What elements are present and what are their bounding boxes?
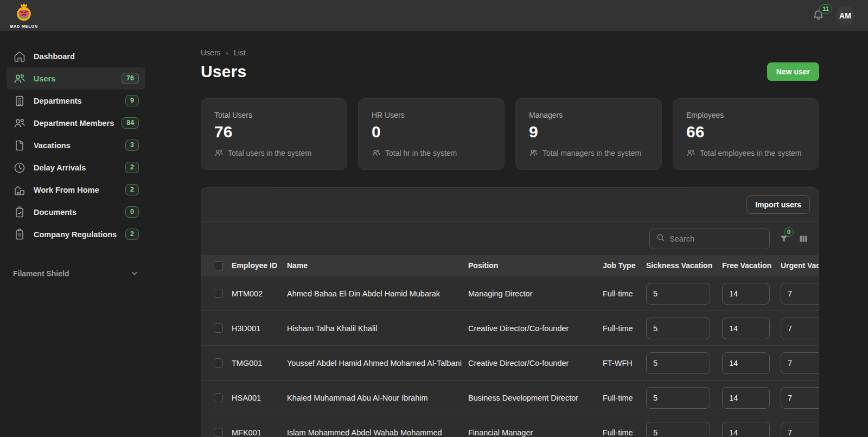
cell-position: Managing Director [468,289,603,298]
stat-value: 9 [529,123,648,141]
stat-card-total-users: Total Users 76 Total users in the system [201,98,347,170]
breadcrumb: Users › List [201,48,819,57]
brand-logo[interactable]: MAD MELON [9,2,39,29]
urgent-vacation-input[interactable] [781,387,819,409]
sidebar-group-filament-shield[interactable]: Filament Shield [13,269,139,278]
sickness-vacation-input[interactable] [646,318,710,339]
sidebar-item-work-from-home[interactable]: Work From Home 2 [7,179,145,201]
sidebar-item-label: Users [34,74,114,83]
free-vacation-input[interactable] [722,283,770,305]
stat-card-employees: Employees 66 Total employees in the syst… [673,98,819,170]
row-checkbox[interactable] [214,324,223,333]
stat-caption: Total hr in the system [385,149,457,157]
sidebar-item-badge: 84 [122,117,139,129]
sidebar-item-label: Work From Home [34,186,118,194]
column-header-job-type[interactable]: Job Type [603,261,646,270]
urgent-vacation-input[interactable] [781,422,819,437]
notifications-button[interactable]: 11 [812,9,826,23]
cell-employee-id: MTM002 [232,289,287,298]
cell-name: Khaled Muhammad Abu Al-Nour Ibrahim [287,394,468,402]
sidebar-item-departments[interactable]: Departments 9 [7,90,145,112]
column-header-free-vacation[interactable]: Free Vacation [722,261,781,270]
toggle-columns-button[interactable] [798,233,809,244]
sidebar-item-label: Departments [34,97,118,105]
cell-employee-id: H3D001 [232,324,287,333]
sidebar-item-label: Dashboard [34,52,139,61]
cell-name: Islam Mohammed Abdel Wahab Mohammed [287,428,468,437]
table-header-row: Employee ID Name Position Job Type Sickn… [201,255,819,276]
clock-icon [13,161,26,174]
free-vacation-input[interactable] [722,422,770,437]
stat-caption: Total employees in the system [700,149,802,157]
user-group-icon [529,148,538,157]
sidebar-item-badge: 0 [125,206,139,218]
building-icon [13,94,26,107]
cell-employee-id: TMG001 [232,359,287,368]
sidebar-item-documents[interactable]: Documents 0 [7,201,145,223]
urgent-vacation-input[interactable] [781,318,819,339]
import-users-button[interactable]: Import users [746,195,810,214]
users-icon [13,72,26,85]
stat-label: Managers [529,111,648,119]
cell-job-type: Full-time [603,428,646,437]
brand-name: MAD MELON [10,24,38,29]
sidebar-item-badge: 2 [125,184,139,195]
cell-job-type: Full-time [603,289,646,298]
sickness-vacation-input[interactable] [646,352,710,374]
avatar[interactable]: AM [835,6,855,26]
sickness-vacation-input[interactable] [646,387,710,409]
sidebar-item-badge: 2 [125,229,139,240]
table-row[interactable]: MFK001 Islam Mohammed Abdel Wahab Mohamm… [201,415,819,437]
clipboard-check-icon [13,206,26,219]
select-all-checkbox[interactable] [214,261,223,270]
stats-cards: Total Users 76 Total users in the system [201,98,819,170]
cell-job-type: FT-WFH [603,359,646,368]
user-group-icon [372,148,381,157]
search-input[interactable] [669,235,763,243]
column-header-employee-id[interactable]: Employee ID [232,261,287,270]
melon-logo-icon [13,2,35,25]
column-header-urgent-vacation[interactable]: Urgent Vacation [781,261,819,270]
cell-employee-id: HSA001 [232,394,287,402]
sidebar-item-department-members[interactable]: Department Members 84 [7,112,145,134]
sidebar-item-users[interactable]: Users 76 [7,67,145,90]
cell-employee-id: MFK001 [232,428,287,437]
table-row[interactable]: H3D001 Hisham Talha Khalil Khalil Creati… [201,311,819,345]
sickness-vacation-input[interactable] [646,422,710,437]
row-checkbox[interactable] [214,358,223,368]
free-vacation-input[interactable] [722,352,770,374]
stat-card-managers: Managers 9 Total managers in the system [515,98,662,170]
sidebar-item-company-regulations[interactable]: Company Regulations 2 [7,223,145,245]
filter-button[interactable]: 0 [778,233,789,244]
column-header-sickness-vacation[interactable]: Sickness Vacation [646,261,722,270]
column-header-name[interactable]: Name [287,261,468,270]
sidebar-item-vacations[interactable]: Vacations 3 [7,134,145,156]
cell-position: Creative Director/Co-founder [468,324,603,333]
breadcrumb-users[interactable]: Users [201,48,221,57]
sidebar-item-delay-arrivals[interactable]: Delay Arrivals 2 [7,156,145,179]
row-checkbox[interactable] [214,428,223,437]
stat-label: Employees [686,111,806,119]
urgent-vacation-input[interactable] [781,352,819,374]
sickness-vacation-input[interactable] [646,283,710,305]
search-box [649,229,770,249]
column-header-position[interactable]: Position [468,261,603,270]
sidebar-item-label: Company Regulations [34,230,118,239]
columns-icon [798,233,809,244]
topbar: MAD MELON 11 AM [0,0,868,31]
row-checkbox[interactable] [214,289,223,298]
row-checkbox[interactable] [214,393,223,402]
urgent-vacation-input[interactable] [781,283,819,305]
new-user-button[interactable]: New user [767,62,819,81]
table-body: MTM002 Ahmed Bahaa El-Din Abdel Hamid Mu… [201,276,819,437]
chevron-down-icon [130,269,139,278]
free-vacation-input[interactable] [722,318,770,339]
sidebar-item-dashboard[interactable]: Dashboard [7,45,145,67]
sidebar-item-label: Delay Arrivals [34,163,118,172]
table-row[interactable]: MTM002 Ahmed Bahaa El-Din Abdel Hamid Mu… [201,276,819,311]
table-row[interactable]: HSA001 Khaled Muhammad Abu Al-Nour Ibrah… [201,380,819,415]
table-row[interactable]: TMG001 Youssef Abdel Hamid Ahmed Mohamed… [201,345,819,380]
free-vacation-input[interactable] [722,387,770,409]
sidebar-item-badge: 9 [125,95,139,106]
search-icon [656,233,665,244]
